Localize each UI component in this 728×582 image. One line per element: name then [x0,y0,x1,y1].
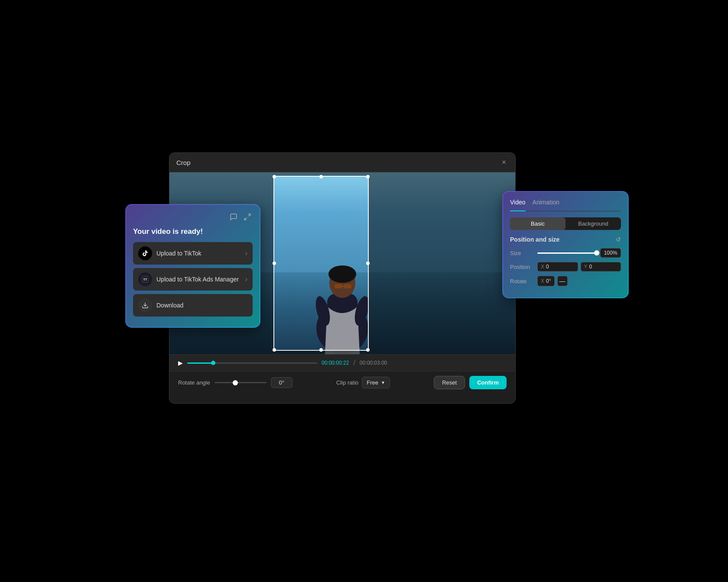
download-label: Download [156,302,183,309]
chevron-down-icon: ▼ [381,380,385,385]
export-left: Upload to TikTok [138,246,202,260]
rotate-slider[interactable] [214,382,266,383]
scene: Crop × [126,118,602,464]
tab-animation[interactable]: Animation [533,199,559,207]
download-icon [138,298,152,312]
export-left-ads: TT Upload to TikTok Ads Manager [138,272,239,286]
expand-icon[interactable] [242,212,253,222]
sub-tab-basic[interactable]: Basic [510,217,566,230]
rotate-slider-thumb[interactable] [233,380,238,385]
bottom-toolbar: Rotate angle Clip ratio Free ▼ Reset Con… [169,371,515,394]
clip-value: Free [367,379,378,386]
playback-controls-row: ▶ 00:00:00:22 / 00:00:03:00 [169,354,515,371]
panel-tabs: Video Animation [510,199,621,211]
upload-tiktok-label: Upload to TikTok [156,250,202,257]
upload-ads-label: Upload to TikTok Ads Manager [156,276,239,283]
crop-titlebar: Crop × [169,153,515,172]
play-button[interactable]: ▶ [178,359,183,366]
tiktok-icon [138,246,152,260]
video-ready-panel: Your video is ready! Upload to TikTok › [126,204,260,327]
clip-dropdown[interactable]: Free ▼ [362,377,390,388]
confirm-button[interactable]: Confirm [469,376,507,389]
tab-video[interactable]: Video [510,199,526,211]
section-header: Position and size ↺ [510,236,621,243]
crop-title: Crop [176,159,191,166]
clip-section: Clip ratio Free ▼ [336,377,390,388]
svg-line-9 [248,214,250,216]
upload-ads-option[interactable]: TT Upload to TikTok Ads Manager › [133,268,253,291]
size-slider[interactable] [537,252,597,254]
position-x-field[interactable]: X 0 [537,262,578,272]
panel-icons [133,212,253,222]
rotate-row: Rotate X 0° — [510,276,621,286]
close-button[interactable]: × [500,158,508,167]
x-label: X [541,264,544,270]
rotate-section: Rotate angle [178,377,292,388]
progress-bar[interactable] [187,362,317,364]
rotate-dash[interactable]: — [557,276,568,286]
progress-fill [187,362,213,364]
size-value: 100% [600,248,621,258]
size-label: Size [510,250,534,256]
download-option[interactable]: Download [133,294,253,317]
progress-thumb[interactable] [211,361,215,365]
position-xy: X 0 Y 0 [537,262,621,272]
angle-input[interactable] [271,377,292,388]
time-separator: / [353,359,355,367]
rotate-label: Rotate angle [178,379,210,386]
rotate-fields: X 0° — [537,276,621,286]
position-x-value: 0 [546,264,549,270]
time-total: 00:00:03:00 [360,360,387,366]
rotate-x-value: 0° [546,278,551,284]
position-y-field[interactable]: Y 0 [581,262,621,272]
ready-title: Your video is ready! [133,227,253,236]
time-current: 00:00:00:22 [322,360,349,366]
export-left-download: Download [138,298,183,312]
rotate-label-panel: Rotate [510,278,534,285]
reset-button[interactable]: Reset [434,376,465,389]
section-title: Position and size [510,236,559,243]
refresh-icon[interactable]: ↺ [616,236,621,243]
y-label: Y [584,264,588,270]
position-row: Position X 0 Y 0 [510,262,621,272]
size-row: Size 100% [510,248,621,258]
rotate-x-label: X [541,278,544,284]
ads-icon: TT [138,272,152,286]
clip-label: Clip ratio [336,379,358,386]
svg-text:TT: TT [143,278,147,281]
sub-tabs: Basic Background [510,217,621,230]
comment-icon[interactable] [228,212,239,222]
svg-line-10 [244,218,247,220]
upload-tiktok-arrow: › [245,249,247,257]
video-panel: Video Animation Basic Background Positio… [503,191,628,298]
rotate-x-field[interactable]: X 0° [537,276,555,286]
upload-ads-arrow: › [245,275,247,283]
position-label: Position [510,264,534,270]
playback-controls: ▶ 00:00:00:22 / 00:00:03:00 [178,359,507,367]
sub-tab-background[interactable]: Background [566,217,621,230]
position-y-value: 0 [589,264,592,270]
action-buttons: Reset Confirm [434,376,507,389]
upload-tiktok-option[interactable]: Upload to TikTok › [133,242,253,265]
size-slider-thumb[interactable] [594,250,599,255]
